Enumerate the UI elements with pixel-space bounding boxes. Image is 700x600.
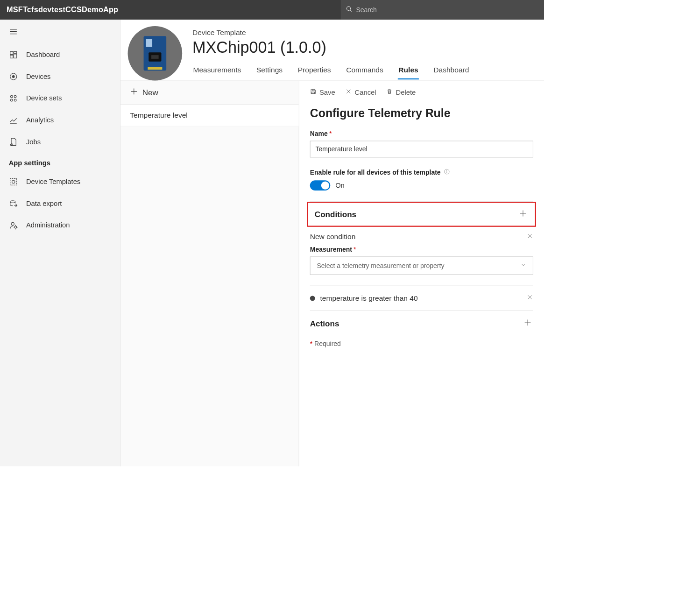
close-icon	[345, 88, 352, 97]
svg-rect-29	[312, 89, 314, 91]
device-avatar	[128, 26, 183, 81]
rule-name-input[interactable]	[310, 141, 533, 158]
app-title: MSFTcfsdevtestCCSDemoApp	[0, 6, 341, 14]
existing-condition-text: temperature is greater than 40	[320, 294, 417, 303]
svg-point-20	[11, 222, 14, 225]
svg-point-11	[11, 95, 13, 98]
rule-list-item[interactable]: Temperature level	[120, 105, 299, 127]
plus-icon	[130, 87, 138, 98]
device-templates-icon	[9, 177, 18, 186]
trash-icon	[386, 88, 393, 97]
condition-dot-icon	[310, 296, 315, 301]
sidebar-item-label: Data export	[26, 199, 62, 207]
sidebar-item-data-export[interactable]: Data export	[0, 193, 120, 215]
svg-rect-17	[10, 178, 17, 185]
tab-rules[interactable]: Rules	[398, 63, 419, 79]
svg-rect-8	[14, 54, 17, 58]
sidebar-item-analytics[interactable]: Analytics	[0, 109, 120, 131]
add-condition-button[interactable]	[517, 208, 528, 220]
rules-list-column: New Temperature level	[120, 81, 299, 466]
remove-new-condition-button[interactable]	[527, 233, 533, 241]
conditions-heading: Conditions	[315, 210, 356, 219]
tab-commands[interactable]: Commands	[346, 63, 384, 79]
tab-measurements[interactable]: Measurements	[192, 63, 242, 79]
sidebar-item-dashboard[interactable]: Dashboard	[0, 44, 120, 66]
save-icon	[310, 88, 317, 97]
delete-button[interactable]: Delete	[386, 88, 416, 97]
existing-condition-row[interactable]: temperature is greater than 40	[299, 286, 544, 310]
measurement-field-label: Measurement*	[310, 246, 533, 254]
new-condition-label: New condition	[310, 233, 356, 241]
conditions-section-highlight: Conditions	[307, 202, 536, 227]
devices-icon	[9, 72, 18, 81]
cancel-button[interactable]: Cancel	[345, 88, 376, 97]
page-header: Device Template MXChip001 (1.0.0) Measur…	[120, 20, 544, 81]
svg-point-10	[12, 76, 14, 78]
sidebar-item-label: Device Templates	[26, 178, 80, 186]
tab-dashboard[interactable]: Dashboard	[433, 63, 470, 79]
add-action-button[interactable]	[522, 317, 533, 330]
svg-point-19	[10, 201, 15, 203]
sidebar: Dashboard Devices Device sets Analytics	[0, 20, 120, 466]
svg-point-0	[346, 7, 350, 10]
svg-rect-6	[14, 51, 17, 53]
tab-properties[interactable]: Properties	[297, 63, 332, 79]
sidebar-item-device-sets[interactable]: Device sets	[0, 87, 120, 109]
sidebar-section-title: App settings	[0, 153, 120, 171]
toggle-state-label: On	[335, 182, 345, 190]
new-condition-block: New condition Measurement* Select a tele…	[299, 227, 544, 275]
info-icon[interactable]	[444, 169, 450, 177]
sidebar-item-jobs[interactable]: Jobs	[0, 131, 120, 153]
svg-rect-7	[10, 55, 13, 58]
svg-point-12	[14, 95, 16, 98]
sidebar-item-label: Dashboard	[26, 51, 60, 59]
enable-rule-label: Enable rule for all devices of this temp…	[310, 169, 441, 176]
new-rule-button[interactable]: New	[120, 81, 299, 105]
dashboard-icon	[9, 50, 18, 59]
svg-rect-5	[10, 51, 13, 54]
chevron-down-icon	[521, 262, 526, 269]
hamburger-menu[interactable]	[0, 23, 120, 44]
remove-existing-condition-button[interactable]	[527, 294, 533, 303]
name-field-label: Name*	[310, 130, 533, 138]
svg-line-1	[350, 10, 351, 11]
topbar: MSFTcfsdevtestCCSDemoApp	[0, 0, 544, 20]
tabs: Measurements Settings Properties Command…	[192, 63, 537, 79]
sidebar-item-label: Analytics	[26, 116, 54, 124]
sidebar-item-devices[interactable]: Devices	[0, 66, 120, 88]
search-input[interactable]	[356, 6, 539, 14]
sidebar-item-label: Device sets	[26, 94, 62, 102]
administration-icon	[9, 221, 18, 230]
data-export-icon	[9, 199, 18, 208]
measurement-select-placeholder: Select a telemetry measurement or proper…	[317, 262, 444, 269]
svg-rect-23	[146, 39, 152, 47]
tab-settings[interactable]: Settings	[255, 63, 283, 79]
breadcrumb: Device Template	[192, 28, 537, 37]
sidebar-item-label: Administration	[26, 221, 70, 229]
sidebar-item-administration[interactable]: Administration	[0, 214, 120, 236]
save-button[interactable]: Save	[310, 88, 335, 97]
jobs-icon	[9, 137, 18, 147]
actions-heading: Actions	[310, 319, 339, 328]
analytics-icon	[9, 115, 18, 125]
sidebar-item-device-templates[interactable]: Device Templates	[0, 171, 120, 193]
measurement-select[interactable]: Select a telemetry measurement or proper…	[310, 256, 533, 275]
detail-toolbar: Save Cancel Delete	[299, 81, 544, 101]
svg-point-37	[447, 170, 447, 171]
svg-point-18	[12, 180, 15, 183]
required-note: * Required	[299, 335, 544, 353]
svg-rect-26	[148, 67, 162, 70]
page-title: MXChip001 (1.0.0)	[192, 38, 537, 56]
enable-rule-toggle[interactable]	[310, 180, 331, 191]
rule-detail-title: Configure Telemetry Rule	[310, 106, 533, 120]
sidebar-item-label: Jobs	[26, 138, 41, 146]
svg-point-21	[14, 226, 17, 228]
svg-rect-25	[151, 55, 159, 59]
svg-rect-30	[312, 92, 315, 93]
main-content: Device Template MXChip001 (1.0.0) Measur…	[120, 20, 544, 466]
search-box[interactable]	[341, 0, 544, 20]
svg-point-13	[11, 99, 13, 101]
rule-detail-column: Save Cancel Delete	[299, 81, 544, 466]
svg-point-14	[14, 99, 16, 101]
sidebar-item-label: Devices	[26, 72, 51, 80]
